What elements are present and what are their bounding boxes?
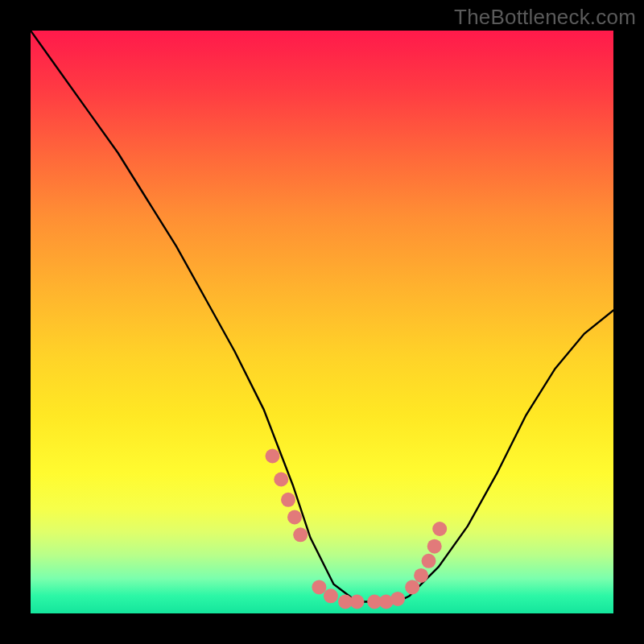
curve-layer [31, 31, 613, 613]
marker-dot [324, 588, 338, 603]
marker-dot [427, 539, 442, 554]
marker-dot [274, 473, 288, 487]
watermark-text: TheBottleneck.com [454, 5, 636, 30]
marker-dot [390, 592, 405, 606]
marker-dot [349, 595, 364, 609]
marker-dot [405, 580, 419, 594]
bottleneck-curve [31, 31, 613, 602]
plot-area [31, 31, 613, 613]
marker-dot [422, 554, 436, 568]
marker-dot [432, 522, 447, 536]
marker-dot [293, 527, 308, 542]
marker-dot [287, 510, 302, 525]
chart-canvas: TheBottleneck.com [0, 0, 644, 644]
marker-dot [266, 449, 280, 464]
marker-dot [414, 568, 428, 583]
marker-dot [312, 580, 326, 594]
marker-dot [281, 493, 295, 507]
